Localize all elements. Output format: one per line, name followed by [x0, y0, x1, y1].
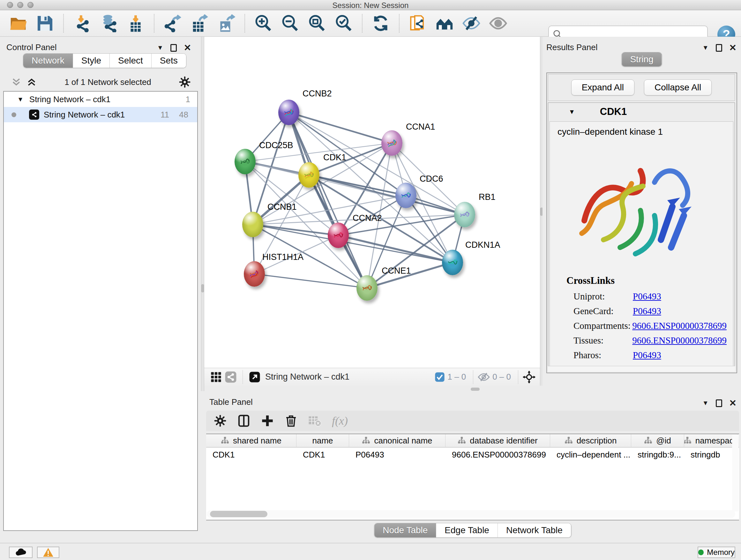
hide-selected-button[interactable] — [462, 14, 481, 33]
results-panel-close-button[interactable]: ✕ — [729, 43, 737, 53]
network-node-HIST1H1A[interactable] — [244, 261, 265, 287]
control-panel-float-button[interactable] — [171, 44, 177, 52]
import-network-file-button[interactable] — [73, 14, 91, 33]
gene-disclosure-caret[interactable]: ▼ — [569, 108, 575, 116]
column-header-database-identifier[interactable]: database identifier — [446, 434, 550, 447]
collapse-all-chevrons-icon[interactable] — [26, 77, 37, 87]
control-panel-menu-caret[interactable]: ▼ — [157, 44, 163, 51]
collection-disclosure-caret[interactable]: ▼ — [17, 96, 23, 103]
column-header-namespace[interactable]: namespace — [684, 434, 738, 447]
crosslink-value-link[interactable]: 9606.ENSP00000378699 — [632, 320, 727, 331]
table-panel-float-button[interactable] — [716, 399, 722, 407]
grid-view-button[interactable] — [209, 370, 223, 384]
network-edge-CCNB2-RB1[interactable] — [289, 112, 465, 214]
results-tab-string[interactable]: String — [622, 52, 662, 66]
network-edge-CCNE1-HIST1H1A[interactable] — [254, 274, 367, 288]
string-view-button[interactable] — [223, 370, 238, 384]
show-columns-button[interactable] — [238, 415, 250, 427]
column-header-shared-name[interactable]: shared name — [206, 434, 296, 447]
results-scroll-strip[interactable] — [548, 366, 735, 372]
column-header-label: description — [577, 436, 617, 446]
table-horizontal-scrollbar[interactable] — [207, 510, 735, 518]
column-header-description[interactable]: description — [550, 434, 631, 447]
network-edge-CCNB2-CCNA1[interactable] — [289, 112, 392, 143]
clone-network-button[interactable] — [408, 14, 427, 33]
zoom-fit-button[interactable] — [308, 14, 326, 33]
table-vertical-scrollbar[interactable] — [732, 435, 738, 511]
column-header-@id[interactable]: @id — [631, 434, 684, 447]
column-header-name[interactable]: name — [296, 434, 349, 447]
export-table-button[interactable] — [190, 14, 209, 33]
table-panel-menu-caret[interactable]: ▼ — [702, 399, 709, 407]
left-splitter[interactable] — [201, 37, 204, 391]
network-node-CCNB2[interactable] — [278, 100, 299, 125]
crosslink-label: Tissues: — [574, 335, 632, 346]
apply-function-button[interactable]: f(x) — [332, 414, 348, 428]
network-edge-CCNA2-CDKN1A[interactable] — [338, 235, 453, 262]
network-node-CCNB1[interactable] — [242, 212, 263, 237]
collapse-all-button[interactable]: Collapse All — [644, 79, 712, 96]
delete-column-button[interactable] — [285, 415, 297, 427]
network-node-CCNA1[interactable] — [381, 130, 402, 156]
export-network-button[interactable] — [163, 14, 182, 33]
show-all-button[interactable] — [489, 14, 508, 33]
table-panel-splitter[interactable] — [204, 386, 741, 396]
tab-network-table[interactable]: Network Table — [498, 523, 571, 537]
zoom-selected-button[interactable] — [334, 14, 353, 33]
expand-all-chevrons-icon[interactable] — [11, 77, 22, 87]
zoom-in-button[interactable] — [254, 14, 273, 33]
crosslink-value-link[interactable]: P06493 — [633, 306, 661, 316]
network-node-RB1[interactable] — [454, 202, 475, 227]
birds-eye-crosshair-icon[interactable] — [523, 371, 536, 383]
results-panel-float-button[interactable] — [716, 44, 722, 52]
save-session-button[interactable] — [36, 14, 54, 33]
delete-table-button[interactable] — [308, 415, 321, 427]
tab-node-table[interactable]: Node Table — [374, 523, 436, 537]
gear-icon[interactable] — [179, 76, 191, 88]
network-view-canvas[interactable]: CCNB2CCNA1CDC25BCDK1CDC6RB1CCNB1CCNA2CDK… — [204, 37, 540, 368]
column-header-canonical-name[interactable]: canonical name — [349, 434, 446, 447]
network-node-CDC25B[interactable] — [234, 149, 256, 174]
splitter-handle[interactable] — [471, 388, 480, 391]
network-node-CDC6[interactable] — [395, 183, 416, 208]
network-node-CDK1[interactable] — [298, 162, 320, 188]
control-panel-close-button[interactable]: ✕ — [184, 43, 191, 53]
table-row[interactable]: CDK1CDK1P064939606.ENSP00000378699cyclin… — [206, 448, 739, 462]
warning-button[interactable] — [37, 547, 59, 558]
export-image-button[interactable] — [217, 14, 235, 33]
memory-button[interactable]: Memory — [697, 547, 735, 558]
tab-sets[interactable]: Sets — [151, 54, 186, 68]
network-row[interactable]: String Network – cdk1 11 48 — [4, 107, 197, 122]
cloud-button[interactable] — [9, 547, 32, 558]
crosslink-value-link[interactable]: 9606.ENSP00000378699 — [632, 335, 727, 346]
tab-network[interactable]: Network — [23, 54, 73, 68]
home-button[interactable] — [435, 14, 454, 33]
splitter-handle[interactable] — [201, 284, 204, 293]
tab-select[interactable]: Select — [110, 54, 151, 68]
crosslink-value-link[interactable]: P06493 — [633, 350, 661, 361]
tab-edge-table[interactable]: Edge Table — [436, 523, 498, 537]
table-settings-button[interactable] — [214, 415, 226, 427]
crosslink-row: Uniprot:P06493 — [574, 289, 727, 304]
network-edge-CCNB1-CCNA2[interactable] — [253, 225, 338, 235]
refresh-layout-button[interactable] — [372, 14, 390, 33]
expand-all-button[interactable]: Expand All — [571, 79, 634, 96]
import-table-button[interactable] — [126, 14, 145, 33]
add-column-button[interactable] — [261, 415, 274, 427]
tab-style[interactable]: Style — [73, 54, 110, 68]
results-panel-menu-caret[interactable]: ▼ — [702, 44, 709, 51]
network-node-CDKN1A[interactable] — [442, 250, 463, 275]
selected-checkbox-icon[interactable] — [434, 372, 445, 382]
network-node-CCNA2[interactable] — [328, 223, 349, 248]
import-network-database-button[interactable] — [99, 14, 118, 33]
network-node-CCNE1[interactable] — [356, 275, 378, 301]
scrollbar-thumb[interactable] — [210, 511, 267, 517]
network-collection-row[interactable]: ▼ String Network – cdk1 1 — [4, 91, 197, 107]
table-panel-close-button[interactable]: ✕ — [729, 398, 737, 408]
crosslink-value-link[interactable]: P06493 — [633, 291, 661, 302]
open-session-button[interactable] — [9, 14, 27, 33]
gene-section-header[interactable]: ▼ CDK1 — [548, 103, 735, 121]
zoom-out-button[interactable] — [281, 14, 299, 33]
open-in-window-button[interactable] — [247, 370, 262, 384]
control-panel-title: Control Panel — [6, 43, 57, 52]
